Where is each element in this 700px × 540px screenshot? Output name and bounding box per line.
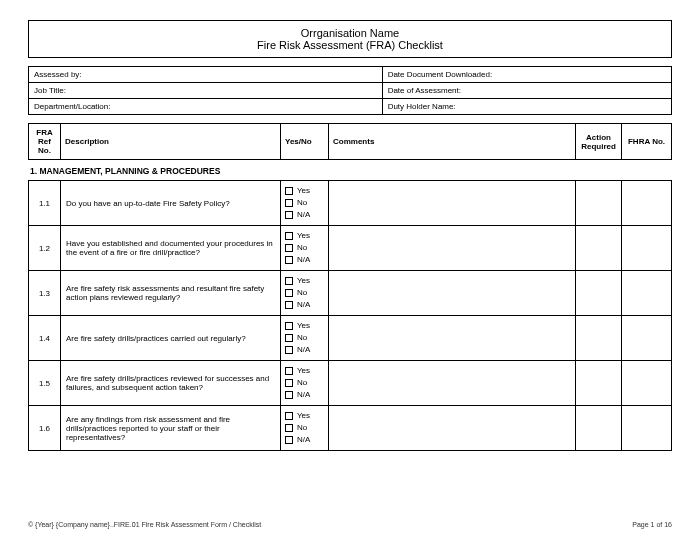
assessed-by-label: Assessed by: [29, 67, 383, 83]
opt-yes: Yes [297, 185, 310, 197]
row-ref: 1.5 [29, 361, 61, 406]
hdr-fhra: FHRA No. [622, 124, 672, 160]
checkbox-na[interactable] [285, 391, 293, 399]
doc-title: Fire Risk Assessment (FRA) Checklist [29, 39, 671, 51]
opt-no: No [297, 332, 307, 344]
row-ref: 1.2 [29, 226, 61, 271]
row-yesno: YesNoN/A [281, 271, 329, 316]
checkbox-yes[interactable] [285, 277, 293, 285]
row-fhra [622, 181, 672, 226]
footer-right: Page 1 of 16 [632, 521, 672, 528]
opt-yes: Yes [297, 320, 310, 332]
checkbox-no[interactable] [285, 379, 293, 387]
dept-label: Department/Location: [29, 99, 383, 115]
row-comments [329, 361, 576, 406]
opt-no: No [297, 287, 307, 299]
hdr-ref: FRA Ref No. [29, 124, 61, 160]
info-table: Assessed by: Date Document Downloaded: J… [28, 66, 672, 115]
table-row: 1.1Do you have an up-to-date Fire Safety… [29, 181, 672, 226]
opt-na: N/A [297, 434, 310, 446]
table-row: 1.3Are fire safety risk assessments and … [29, 271, 672, 316]
row-fhra [622, 316, 672, 361]
row-fhra [622, 361, 672, 406]
row-comments [329, 316, 576, 361]
row-ref: 1.3 [29, 271, 61, 316]
table-row: 1.6Are any findings from risk assessment… [29, 406, 672, 451]
title-box: Orrganisation Name Fire Risk Assessment … [28, 20, 672, 58]
table-row: 1.4Are fire safety drills/practices carr… [29, 316, 672, 361]
table-row: 1.5Are fire safety drills/practices revi… [29, 361, 672, 406]
opt-yes: Yes [297, 275, 310, 287]
checkbox-yes[interactable] [285, 412, 293, 420]
row-desc: Are fire safety risk assessments and res… [61, 271, 281, 316]
opt-na: N/A [297, 299, 310, 311]
row-action [576, 361, 622, 406]
row-desc: Have you established and documented your… [61, 226, 281, 271]
checkbox-na[interactable] [285, 211, 293, 219]
column-headers: FRA Ref No. Description Yes/No Comments … [28, 123, 672, 160]
checkbox-no[interactable] [285, 334, 293, 342]
hdr-comments: Comments [329, 124, 576, 160]
row-action [576, 181, 622, 226]
row-comments [329, 181, 576, 226]
row-yesno: YesNoN/A [281, 406, 329, 451]
row-action [576, 406, 622, 451]
org-name: Orrganisation Name [29, 27, 671, 39]
opt-yes: Yes [297, 365, 310, 377]
hdr-yn: Yes/No [281, 124, 329, 160]
opt-na: N/A [297, 209, 310, 221]
checkbox-no[interactable] [285, 199, 293, 207]
row-yesno: YesNoN/A [281, 226, 329, 271]
checkbox-na[interactable] [285, 436, 293, 444]
opt-no: No [297, 377, 307, 389]
row-yesno: YesNoN/A [281, 181, 329, 226]
row-action [576, 226, 622, 271]
row-comments [329, 406, 576, 451]
checkbox-yes[interactable] [285, 322, 293, 330]
row-fhra [622, 226, 672, 271]
table-row: 1.2Have you established and documented y… [29, 226, 672, 271]
checkbox-na[interactable] [285, 256, 293, 264]
row-desc: Are fire safety drills/practices reviewe… [61, 361, 281, 406]
row-ref: 1.6 [29, 406, 61, 451]
opt-no: No [297, 242, 307, 254]
row-fhra [622, 406, 672, 451]
checkbox-yes[interactable] [285, 367, 293, 375]
row-comments [329, 271, 576, 316]
row-desc: Are any findings from risk assessment an… [61, 406, 281, 451]
page-container: Orrganisation Name Fire Risk Assessment … [0, 0, 700, 461]
checkbox-yes[interactable] [285, 232, 293, 240]
checkbox-no[interactable] [285, 244, 293, 252]
opt-na: N/A [297, 254, 310, 266]
hdr-action: Action Required [576, 124, 622, 160]
opt-no: No [297, 197, 307, 209]
hdr-desc: Description [61, 124, 281, 160]
row-comments [329, 226, 576, 271]
row-ref: 1.1 [29, 181, 61, 226]
row-action [576, 271, 622, 316]
row-yesno: YesNoN/A [281, 316, 329, 361]
checkbox-yes[interactable] [285, 187, 293, 195]
opt-no: No [297, 422, 307, 434]
footer-left: © {Year} {Company name}..FIRE.01 Fire Ri… [28, 521, 261, 528]
duty-holder-label: Duty Holder Name: [382, 99, 671, 115]
checkbox-no[interactable] [285, 289, 293, 297]
date-assessment-label: Date of Assessment: [382, 83, 671, 99]
date-downloaded-label: Date Document Downloaded: [382, 67, 671, 83]
opt-na: N/A [297, 344, 310, 356]
checkbox-na[interactable] [285, 346, 293, 354]
row-yesno: YesNoN/A [281, 361, 329, 406]
job-title-label: Job Title: [29, 83, 383, 99]
checkbox-na[interactable] [285, 301, 293, 309]
row-desc: Are fire safety drills/practices carried… [61, 316, 281, 361]
opt-na: N/A [297, 389, 310, 401]
opt-yes: Yes [297, 410, 310, 422]
row-action [576, 316, 622, 361]
checkbox-no[interactable] [285, 424, 293, 432]
opt-yes: Yes [297, 230, 310, 242]
row-desc: Do you have an up-to-date Fire Safety Po… [61, 181, 281, 226]
row-fhra [622, 271, 672, 316]
section-title: 1. MANAGEMENT, PLANNING & PROCEDURES [30, 166, 672, 176]
checklist-table: 1.1Do you have an up-to-date Fire Safety… [28, 180, 672, 451]
row-ref: 1.4 [29, 316, 61, 361]
